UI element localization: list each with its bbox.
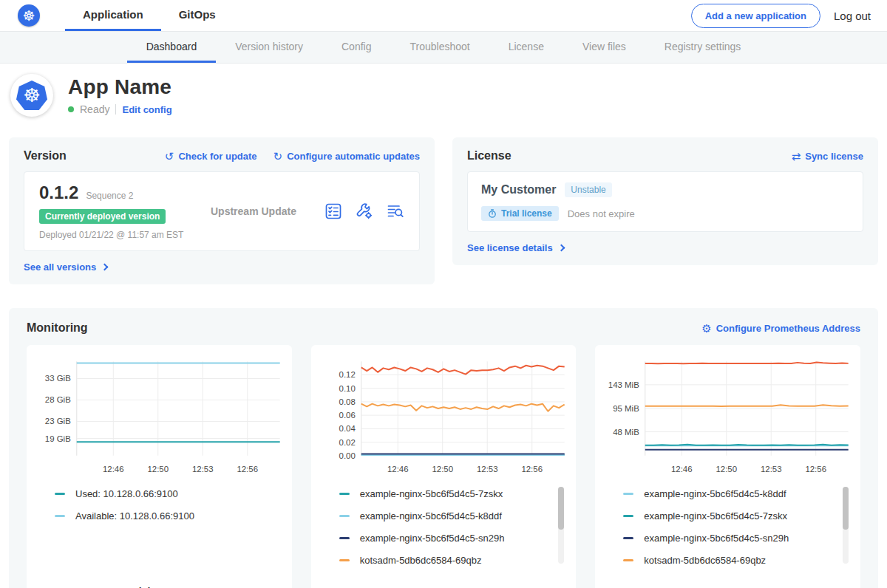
- topnav-right: Add a new application Log out: [691, 0, 887, 31]
- legend-color-dash: [623, 537, 633, 539]
- svg-text:12:46: 12:46: [671, 465, 693, 474]
- chart-title: CPU Usage: [319, 581, 569, 588]
- legend-color-dash: [339, 515, 350, 517]
- tab-license[interactable]: License: [489, 32, 563, 63]
- add-application-button[interactable]: Add a new application: [691, 4, 820, 28]
- legend-scrollbar-thumb[interactable]: [558, 487, 564, 530]
- memory-usage-legend: example-nginx-5bc6f5d4c5-k8ddfexample-ng…: [602, 488, 853, 581]
- check-for-update-link[interactable]: ↺ Check for update: [165, 151, 257, 162]
- memory-usage-panel: 12:4612:5012:5312:56143 MiB95 MiB48 MiB …: [595, 345, 860, 588]
- sync-arrows-icon: ⇄: [792, 151, 801, 162]
- tab-dashboard[interactable]: Dashboard: [127, 32, 217, 63]
- version-card: Version ↺ Check for update ↻ Configure a…: [9, 137, 435, 284]
- stopwatch-icon: [488, 209, 497, 218]
- current-version-box: 0.1.2 Sequence 2 Currently deployed vers…: [24, 171, 420, 251]
- legend-series-name: kotsadm-5db6dc6584-69qbz: [644, 555, 766, 566]
- svg-text:143 MiB: 143 MiB: [608, 380, 639, 389]
- legend-item: Available: 10.128.0.66:9100: [55, 510, 285, 522]
- svg-text:12:56: 12:56: [237, 465, 258, 474]
- app-avatar: ☸: [10, 74, 53, 117]
- legend-scrollbar[interactable]: [558, 487, 564, 564]
- legend-item: kotsadm-5db6dc6584-69qbz: [623, 555, 853, 566]
- svg-text:12:56: 12:56: [806, 465, 827, 474]
- see-license-details-link[interactable]: See license details: [467, 242, 553, 253]
- kubernetes-app-icon: ☸: [16, 81, 47, 110]
- legend-item: example-nginx-5bc6f5d4c5-sn29h: [339, 533, 569, 544]
- configure-automatic-updates-link[interactable]: ↻ Configure automatic updates: [273, 151, 420, 162]
- svg-text:0.12: 0.12: [339, 370, 355, 379]
- tab-view-files[interactable]: View files: [563, 32, 645, 63]
- edit-config-link[interactable]: Edit config: [122, 104, 171, 115]
- tab-version-history[interactable]: Version history: [216, 32, 322, 63]
- legend-item: example-nginx-5bc6f5d4c5-7zskx: [339, 488, 569, 499]
- legend-color-dash: [339, 493, 350, 495]
- trial-license-badge: Trial license: [481, 206, 559, 221]
- svg-text:12:53: 12:53: [192, 465, 214, 474]
- status-dot: [68, 106, 74, 112]
- svg-text:12:53: 12:53: [477, 465, 498, 474]
- cpu-usage-panel: 12:4612:5012:5312:560.120.100.080.060.04…: [311, 345, 577, 588]
- legend-color-dash: [339, 537, 350, 539]
- configure-prometheus-link[interactable]: ⚙ Configure Prometheus Address: [701, 323, 860, 334]
- divider: [115, 104, 116, 114]
- cpu-usage-chart: 12:4612:5012:5312:560.120.100.080.060.04…: [319, 354, 569, 478]
- svg-text:12:50: 12:50: [432, 465, 453, 474]
- legend-series-name: example-nginx-5bc6f5d4c5-7zskx: [360, 488, 503, 499]
- svg-text:48 MiB: 48 MiB: [614, 428, 640, 437]
- refresh-icon: ↺: [165, 151, 174, 162]
- svg-text:33 GiB: 33 GiB: [45, 374, 71, 383]
- app-header: ☸ App Name Ready Edit config: [0, 64, 887, 130]
- svg-text:0.06: 0.06: [339, 411, 355, 420]
- logout-button[interactable]: Log out: [834, 10, 871, 22]
- svg-text:0.10: 0.10: [339, 384, 355, 393]
- tab-troubleshoot[interactable]: Troubleshoot: [390, 32, 489, 63]
- svg-text:95 MiB: 95 MiB: [614, 404, 640, 413]
- top-navigation: ☸ Application GitOps Add a new applicati…: [0, 0, 887, 31]
- legend-scrollbar[interactable]: [843, 487, 849, 564]
- sync-license-link[interactable]: ⇄ Sync license: [792, 151, 863, 162]
- kubernetes-logo-icon: ☸: [18, 4, 40, 27]
- svg-text:0.02: 0.02: [339, 438, 355, 447]
- preflight-checks-icon[interactable]: [324, 202, 342, 220]
- version-sequence: Sequence 2: [86, 191, 133, 201]
- page-title: App Name: [68, 75, 172, 99]
- tab-config[interactable]: Config: [322, 32, 390, 63]
- legend-color-dash: [339, 559, 350, 561]
- see-all-versions-link[interactable]: See all versions: [24, 261, 96, 273]
- legend-color-dash: [623, 559, 633, 561]
- channel-badge: Unstable: [565, 182, 611, 197]
- chevron-right-icon: [101, 264, 109, 271]
- svg-text:28 GiB: 28 GiB: [45, 395, 71, 404]
- gear-icon: ⚙: [701, 323, 711, 334]
- legend-series-name: example-nginx-5bc6f5d4c5-sn29h: [360, 533, 505, 544]
- customer-name: My Customer: [481, 183, 556, 196]
- legend-scrollbar-thumb[interactable]: [843, 487, 849, 530]
- legend-item: example-nginx-5bc6f5d4c5-7zskx: [623, 510, 853, 522]
- brand-logo[interactable]: ☸: [18, 0, 40, 31]
- status-text: Ready: [80, 103, 109, 115]
- legend-series-name: Available: 10.128.0.66:9100: [75, 510, 194, 522]
- chart-title: Memory Usage: [602, 581, 853, 588]
- view-diff-icon[interactable]: [387, 202, 404, 220]
- disk-usage-panel: 12:4612:5012:5312:5633 GiB28 GiB23 GiB19…: [27, 345, 292, 588]
- charts-row: 12:4612:5012:5312:5633 GiB28 GiB23 GiB19…: [27, 345, 860, 588]
- legend-item: example-nginx-5bc6f5d4c5-k8ddf: [339, 510, 569, 522]
- license-expiration: Does not expire: [568, 208, 635, 219]
- svg-text:12:53: 12:53: [761, 465, 782, 474]
- disk-usage-chart: 12:4612:5012:5312:5633 GiB28 GiB23 GiB19…: [34, 354, 285, 478]
- legend-series-name: example-nginx-5bc6f5d4c5-7zskx: [644, 510, 787, 522]
- version-number: 0.1.2: [39, 182, 78, 203]
- tab-gitops[interactable]: GitOps: [161, 0, 234, 31]
- cards-row: Version ↺ Check for update ↻ Configure a…: [9, 137, 878, 284]
- legend-color-dash: [623, 493, 633, 495]
- edit-config-icon[interactable]: [356, 202, 373, 220]
- svg-text:23 GiB: 23 GiB: [45, 417, 71, 425]
- legend-series-name: example-nginx-5bc6f5d4c5-k8ddf: [644, 488, 786, 499]
- tab-registry-settings[interactable]: Registry settings: [645, 32, 760, 63]
- license-card-title: License: [467, 149, 512, 163]
- svg-text:12:46: 12:46: [387, 465, 409, 474]
- chevron-right-icon: [557, 245, 565, 252]
- svg-text:0.04: 0.04: [339, 424, 356, 433]
- memory-usage-chart: 12:4612:5012:5312:56143 MiB95 MiB48 MiB: [602, 354, 853, 478]
- tab-application[interactable]: Application: [65, 0, 161, 31]
